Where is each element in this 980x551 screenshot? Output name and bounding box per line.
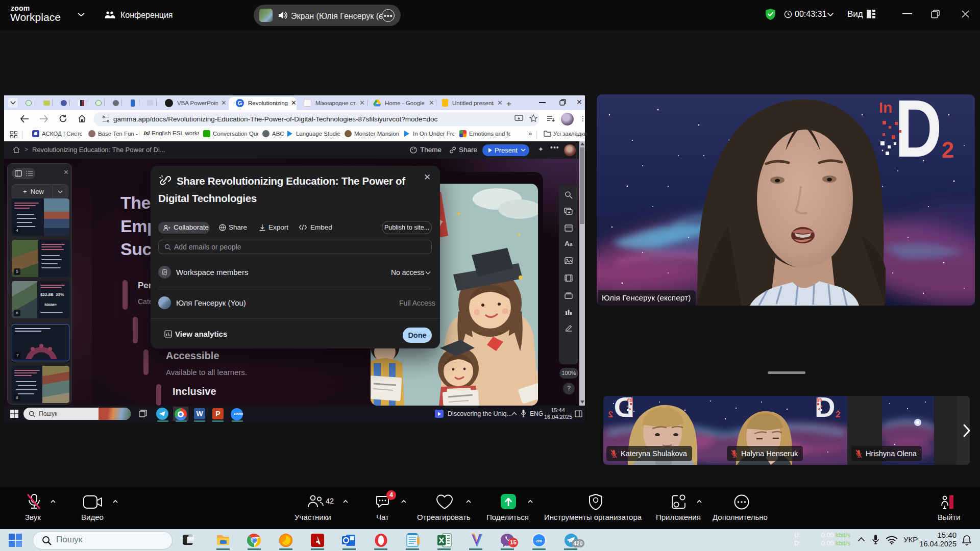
svg-text:In: In	[816, 396, 822, 404]
svg-text:2: 2	[608, 410, 613, 419]
svg-text:2: 2	[836, 410, 840, 419]
svg-text:D: D	[895, 94, 942, 174]
svg-text:✦: ✦	[455, 209, 462, 218]
svg-text:2: 2	[942, 137, 954, 162]
svg-text:zm: zm	[536, 538, 543, 543]
svg-text:In: In	[627, 396, 633, 404]
svg-text:✦: ✦	[517, 232, 521, 238]
svg-text:In: In	[879, 99, 893, 116]
